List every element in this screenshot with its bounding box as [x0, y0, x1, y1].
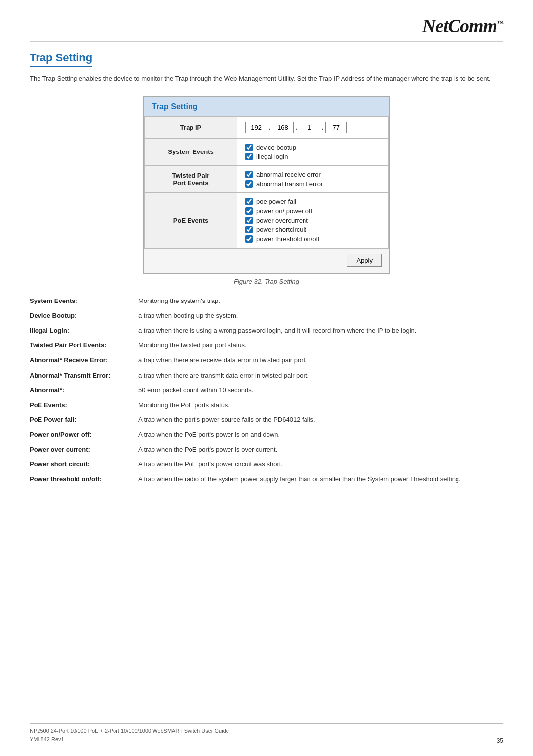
def-poe-power-fail-term: PoE Power fail:: [30, 415, 138, 425]
def-power-threshold: Power threshold on/off: A trap when the …: [30, 474, 503, 484]
footer-left: NP2500 24-Port 10/100 PoE + 2-Port 10/10…: [30, 727, 229, 744]
trap-panel: Trap Setting Trap IP . .: [143, 96, 390, 274]
trap-ip-value: . . .: [237, 116, 389, 138]
def-abnormal-desc: 50 error packet count within 10 seconds.: [138, 385, 503, 395]
poe-power-fail-checkbox[interactable]: [245, 198, 253, 205]
def-illegal-login-term: Illegal Login:: [30, 326, 138, 336]
system-events-label: System Events: [145, 138, 237, 165]
abnormal-transmit-checkbox[interactable]: [245, 180, 253, 188]
figure-caption: Figure 32. Trap Setting: [30, 278, 503, 285]
power-overcurrent-row: power overcurrent: [245, 217, 381, 224]
ip-inputs: . . .: [245, 122, 381, 133]
ip-dot-3: .: [321, 123, 324, 131]
def-device-bootup-term: Device Bootup:: [30, 311, 138, 321]
illegal-login-checkbox[interactable]: [245, 153, 253, 160]
poe-events-value: poe power fail power on/ power off power…: [237, 192, 389, 248]
ip-octet-2[interactable]: [272, 122, 294, 133]
power-on-off-label: power on/ power off: [256, 207, 312, 215]
definitions: System Events: Monitoring the system's t…: [30, 296, 503, 485]
def-power-on-off-term: Power on/Power off:: [30, 430, 138, 440]
poe-power-fail-row: poe power fail: [245, 198, 381, 205]
trap-ip-label: Trap IP: [145, 116, 237, 138]
form-container: Trap Setting Trap IP . .: [30, 96, 503, 274]
abnormal-receive-label: abnormal receive error: [256, 171, 321, 178]
def-abnormal-receive-desc: a trap when there are receive data error…: [138, 355, 503, 365]
power-threshold-label: power threshold on/off: [256, 235, 319, 243]
def-power-on-off-desc: A trap when the PoE port's power is on a…: [138, 430, 503, 440]
footer-line2: YML842 Rev1: [30, 735, 229, 744]
def-device-bootup: Device Bootup: a trap when booting up th…: [30, 311, 503, 321]
def-abnormal: Abnormal*: 50 error packet count within …: [30, 385, 503, 395]
power-overcurrent-label: power overcurrent: [256, 217, 308, 224]
def-power-over-current-desc: A trap when the PoE port's power is over…: [138, 445, 503, 454]
logo-tm: ™: [497, 19, 503, 27]
def-twisted-pair-desc: Monitoring the twisted pair port status.: [138, 340, 503, 350]
device-bootup-label: device bootup: [256, 144, 296, 151]
power-shortcircuit-label: power shortcircuit: [256, 226, 306, 233]
def-poe-events-desc: Monitoring the PoE ports status.: [138, 400, 503, 410]
logo: NetComm™: [422, 15, 503, 37]
def-power-threshold-term: Power threshold on/off:: [30, 474, 138, 484]
illegal-login-row: illegal login: [245, 153, 381, 160]
def-system-events-desc: Monitoring the system's trap.: [138, 296, 503, 306]
def-system-events: System Events: Monitoring the system's t…: [30, 296, 503, 306]
twisted-pair-label-line1: Twisted Pair: [172, 172, 210, 179]
footer-page-number: 35: [497, 737, 503, 744]
def-abnormal-receive: Abnormal* Receive Error: a trap when the…: [30, 355, 503, 365]
def-abnormal-receive-term: Abnormal* Receive Error:: [30, 355, 138, 365]
footer-line1: NP2500 24-Port 10/100 PoE + 2-Port 10/10…: [30, 727, 229, 736]
def-twisted-pair: Twisted Pair Port Events: Monitoring the…: [30, 340, 503, 350]
header: NetComm™: [30, 15, 503, 42]
trap-panel-title: Trap Setting: [144, 97, 389, 116]
ip-octet-3[interactable]: [299, 122, 320, 133]
abnormal-transmit-row: abnormal transmit error: [245, 180, 381, 188]
power-threshold-checkbox[interactable]: [245, 235, 253, 243]
def-poe-events: PoE Events: Monitoring the PoE ports sta…: [30, 400, 503, 410]
abnormal-receive-checkbox[interactable]: [245, 171, 253, 178]
def-system-events-term: System Events:: [30, 296, 138, 306]
abnormal-transmit-label: abnormal transmit error: [256, 180, 323, 188]
twisted-pair-value: abnormal receive error abnormal transmit…: [237, 165, 389, 192]
device-bootup-checkbox[interactable]: [245, 144, 253, 151]
def-poe-events-term: PoE Events:: [30, 400, 138, 410]
abnormal-receive-row: abnormal receive error: [245, 171, 381, 178]
def-power-short-circuit-desc: A trap when the PoE port's power circuit…: [138, 459, 503, 469]
power-threshold-row: power threshold on/off: [245, 235, 381, 243]
poe-events-label: PoE Events: [145, 192, 237, 248]
page-description: The Trap Setting enables the device to m…: [30, 74, 503, 84]
def-abnormal-transmit-term: Abnormal* Transmit Error:: [30, 371, 138, 380]
power-on-off-row: power on/ power off: [245, 207, 381, 215]
def-abnormal-term: Abnormal*:: [30, 385, 138, 395]
trap-table: Trap IP . . .: [144, 116, 389, 248]
def-poe-power-fail-desc: A trap when the port's power source fail…: [138, 415, 503, 425]
def-power-on-off: Power on/Power off: A trap when the PoE …: [30, 430, 503, 440]
apply-row: Apply: [144, 248, 389, 273]
apply-button[interactable]: Apply: [347, 254, 382, 267]
device-bootup-row: device bootup: [245, 144, 381, 151]
poe-events-row: PoE Events poe power fail power on/ powe…: [145, 192, 389, 248]
ip-octet-4[interactable]: [325, 122, 347, 133]
def-power-short-circuit: Power short circuit: A trap when the PoE…: [30, 459, 503, 469]
illegal-login-label: illegal login: [256, 153, 288, 160]
power-shortcircuit-checkbox[interactable]: [245, 226, 253, 233]
page: NetComm™ Trap Setting The Trap Setting e…: [0, 0, 533, 756]
twisted-pair-row: Twisted Pair Port Events abnormal receiv…: [145, 165, 389, 192]
def-power-short-circuit-term: Power short circuit:: [30, 459, 138, 469]
ip-octet-1[interactable]: [245, 122, 267, 133]
def-illegal-login: Illegal Login: a trap when there is usin…: [30, 326, 503, 336]
footer: NP2500 24-Port 10/100 PoE + 2-Port 10/10…: [30, 723, 503, 744]
twisted-pair-label-line2: Port Events: [173, 179, 208, 187]
def-poe-power-fail: PoE Power fail: A trap when the port's p…: [30, 415, 503, 425]
system-events-value: device bootup illegal login: [237, 138, 389, 165]
twisted-pair-label: Twisted Pair Port Events: [145, 165, 237, 192]
def-device-bootup-desc: a trap when booting up the system.: [138, 311, 503, 321]
poe-power-fail-label: poe power fail: [256, 198, 296, 205]
def-abnormal-transmit: Abnormal* Transmit Error: a trap when th…: [30, 371, 503, 380]
page-title: Trap Setting: [30, 51, 92, 67]
power-on-off-checkbox[interactable]: [245, 207, 253, 215]
ip-dot-1: .: [268, 123, 271, 131]
def-illegal-login-desc: a trap when there is using a wrong passw…: [138, 326, 503, 336]
trap-ip-row: Trap IP . . .: [145, 116, 389, 138]
power-overcurrent-checkbox[interactable]: [245, 217, 253, 224]
def-power-threshold-desc: A trap when the radio of the system powe…: [138, 474, 503, 484]
